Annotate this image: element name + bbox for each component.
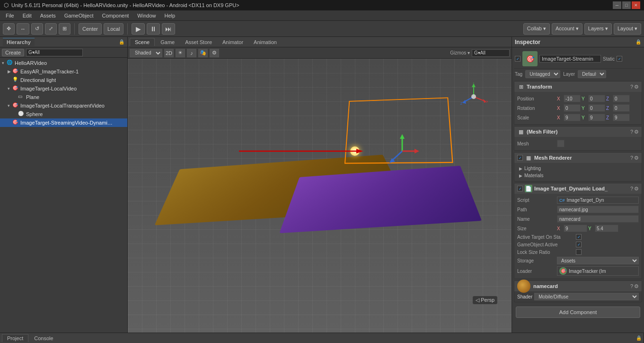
tab-asset-store[interactable]: Asset Store <box>180 38 217 46</box>
namecard-header[interactable]: namecard ? ⚙ <box>514 281 642 291</box>
menu-edit[interactable]: Edit <box>19 12 35 19</box>
lock-size-checkbox[interactable] <box>576 249 582 255</box>
add-component-button[interactable]: Add Component <box>516 307 640 318</box>
menu-component[interactable]: Component <box>98 12 132 19</box>
size-x-input[interactable] <box>564 225 587 232</box>
menu-gameobject[interactable]: GameObject <box>61 12 97 19</box>
hierarchy-lock[interactable]: 🔒 <box>119 39 124 45</box>
minimize-button[interactable]: ─ <box>613 1 621 9</box>
tool-rect[interactable]: ⊞ <box>59 23 71 35</box>
mesh-renderer-enable[interactable] <box>517 155 523 161</box>
maximize-button[interactable]: □ <box>622 1 631 9</box>
list-item[interactable]: ▾ 🎯 ImageTarget-LocalTransparentVideo <box>0 101 127 110</box>
scale-x-input[interactable] <box>564 114 581 121</box>
rotation-z-input[interactable] <box>613 104 630 112</box>
position-z-input[interactable] <box>613 95 630 102</box>
layer-dropdown[interactable]: Default <box>578 70 606 78</box>
transform-header[interactable]: ⊞ Transform ? ⚙ <box>514 81 642 92</box>
tool-rotate[interactable]: ↺ <box>31 23 43 35</box>
tab-animation[interactable]: Animation <box>249 38 282 46</box>
it-settings-icon[interactable]: ⚙ <box>634 186 639 192</box>
object-active-checkbox[interactable] <box>515 56 520 62</box>
mesh-renderer-header[interactable]: ▦ Mesh Renderer ? ⚙ <box>514 153 642 163</box>
scene-view[interactable]: Y X Z ◁ Persp <box>128 59 512 333</box>
list-item[interactable]: 💡 Directional light <box>0 76 127 84</box>
static-checkbox[interactable] <box>617 56 622 62</box>
pause-button[interactable]: ⏸ <box>147 23 160 35</box>
gizmos-button[interactable]: ⚙ <box>210 49 219 57</box>
object-name-input[interactable] <box>539 55 601 63</box>
local-button[interactable]: Local <box>104 23 124 35</box>
comp-help-icon[interactable]: ? <box>630 84 633 90</box>
collab-button[interactable]: Collab ▾ <box>523 23 550 35</box>
menu-file[interactable]: File <box>2 12 18 19</box>
tab-game[interactable]: Game <box>156 38 179 46</box>
name-input[interactable] <box>557 215 639 223</box>
mesh-filter-header[interactable]: ▦ (Mesh Filter) ? ⚙ <box>514 126 642 137</box>
nc-settings-icon[interactable]: ⚙ <box>634 283 639 289</box>
storage-dropdown[interactable]: Assets <box>557 257 639 264</box>
sphere-icon: ⚪ <box>18 111 25 117</box>
tab-scene[interactable]: Scene <box>130 38 155 46</box>
audio-button[interactable]: ♪ <box>187 49 196 57</box>
shader-dropdown[interactable]: Mobile/Diffuse <box>534 293 639 300</box>
image-target-enable[interactable] <box>517 186 523 191</box>
mf-help-icon[interactable]: ? <box>630 129 633 135</box>
list-item[interactable]: 🎯 ImageTarget-StreamingVideo-DynamicLo <box>0 118 127 127</box>
effects-button[interactable]: 🎭 <box>198 49 208 57</box>
lighting-button[interactable]: ☀ <box>176 49 185 57</box>
size-y-input[interactable] <box>595 225 618 232</box>
mr-settings-icon[interactable]: ⚙ <box>634 155 639 161</box>
inspector-lock[interactable]: 🔒 <box>635 39 641 45</box>
rotation-x-input[interactable] <box>564 104 581 112</box>
list-item[interactable]: ▾ 🌐 HelloARVideo <box>0 59 127 67</box>
hierarchy-tab[interactable]: Hierarchy <box>3 38 35 46</box>
position-x-input[interactable] <box>564 95 581 102</box>
list-item[interactable]: ▾ 🎯 ImageTarget-LocalVideo <box>0 84 127 93</box>
step-button[interactable]: ⏭ <box>162 23 175 35</box>
shading-dropdown[interactable]: Shaded <box>130 49 162 57</box>
gameobject-active-checkbox[interactable] <box>576 242 582 247</box>
scale-z-input[interactable] <box>613 114 630 121</box>
hierarchy-create-button[interactable]: Create <box>2 49 24 56</box>
loader-field[interactable]: 🎯 ImageTracker (Im <box>557 266 639 276</box>
scene-search-input[interactable] <box>472 49 510 57</box>
scale-y-input[interactable] <box>588 114 605 121</box>
position-y-input[interactable] <box>588 95 605 102</box>
center-button[interactable]: Center <box>79 23 102 35</box>
tool-move[interactable]: ↔ <box>17 23 29 35</box>
tool-scale[interactable]: ⤢ <box>45 23 57 35</box>
menu-help[interactable]: Help <box>160 12 179 19</box>
active-target-checkbox[interactable] <box>576 234 582 240</box>
materials-subheader[interactable]: ▶ Materials <box>517 172 639 179</box>
hierarchy-search[interactable] <box>26 49 83 56</box>
rotation-y-input[interactable] <box>588 104 605 112</box>
tab-project[interactable]: Project <box>2 334 28 342</box>
tab-console[interactable]: Console <box>29 334 58 342</box>
mf-settings-icon[interactable]: ⚙ <box>634 129 639 135</box>
toolbar-right: Collab ▾ Account ▾ Layers ▾ Layout ▾ <box>523 23 641 35</box>
close-button[interactable]: ✕ <box>632 1 640 9</box>
nc-help-icon[interactable]: ? <box>630 283 633 289</box>
list-item[interactable]: ▭ Plane <box>0 93 127 101</box>
tool-hand[interactable]: ✥ <box>3 23 15 35</box>
it-help-icon[interactable]: ? <box>630 186 633 192</box>
mr-help-icon[interactable]: ? <box>630 155 633 161</box>
list-item[interactable]: ▶ 🎯 EasyAR_ImageTracker-1 <box>0 67 127 76</box>
lighting-subheader[interactable]: ▶ Lighting <box>517 165 639 172</box>
account-button[interactable]: Account ▾ <box>552 23 582 35</box>
tag-dropdown[interactable]: Untagged <box>525 70 560 78</box>
list-item[interactable]: ⚪ Sphere <box>0 110 127 118</box>
layout-button[interactable]: Layout ▾ <box>614 23 641 35</box>
menu-window[interactable]: Window <box>133 12 159 19</box>
project-lock[interactable]: 🔒 <box>636 335 642 341</box>
layers-button[interactable]: Layers ▾ <box>584 23 612 35</box>
script-field[interactable]: C# ImageTarget_Dyn <box>557 197 639 204</box>
comp-settings-icon[interactable]: ⚙ <box>634 84 639 90</box>
image-target-header[interactable]: 📄 Image Target_Dynamic Load_ ? ⚙ <box>514 183 642 194</box>
path-input[interactable] <box>557 206 639 213</box>
2d-button[interactable]: 2D <box>164 49 174 57</box>
tab-animator[interactable]: Animator <box>218 38 248 46</box>
menu-assets[interactable]: Assets <box>36 12 60 19</box>
play-button[interactable]: ▶ <box>132 23 145 35</box>
